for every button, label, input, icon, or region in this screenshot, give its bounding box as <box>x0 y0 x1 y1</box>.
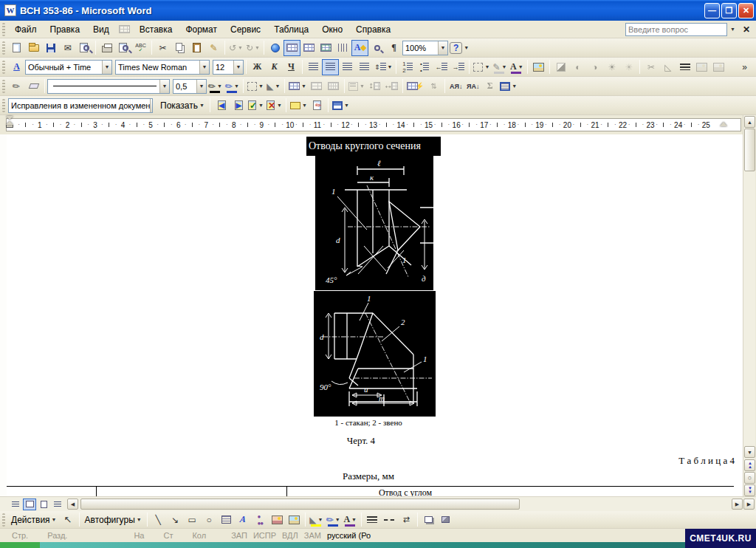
arrow-style-button[interactable]: ⇄ <box>398 512 415 528</box>
close-button[interactable]: ✕ <box>738 3 754 18</box>
border-color-button[interactable]: ✎▼ <box>207 78 224 95</box>
insert-table-button-2[interactable]: ▼ <box>287 78 308 95</box>
scroll-left-button[interactable]: ◀ <box>67 499 78 510</box>
cell-align-button[interactable]: ▼ <box>347 78 366 95</box>
cut-button[interactable]: ✂ <box>154 40 171 56</box>
3d-style-button[interactable] <box>437 512 454 528</box>
line-weight-dropdown-arrow[interactable]: ▼ <box>196 80 206 93</box>
display-dropdown-arrow[interactable]: ▼ <box>150 99 153 112</box>
fill-color-button[interactable]: ◣▼ <box>308 512 325 528</box>
split-cells-button[interactable] <box>325 78 342 95</box>
toolbar-options-button[interactable]: » <box>736 59 753 75</box>
outside-border-button[interactable]: ▼ <box>472 59 491 75</box>
border-type-button[interactable]: ✎▼ <box>224 78 241 95</box>
diagram-button[interactable]: ●●● <box>252 512 269 528</box>
align-center-button[interactable] <box>322 59 339 75</box>
standard-toolbar-grip[interactable] <box>2 41 5 55</box>
decrease-indent-button[interactable]: ← <box>433 59 450 75</box>
font-size-combo[interactable]: 12▼ <box>213 60 244 75</box>
font-color-button[interactable]: А▼ <box>508 59 525 75</box>
draw-actions-button[interactable]: Действия▼ <box>8 513 60 527</box>
normal-view-button[interactable] <box>9 499 22 510</box>
style-dropdown-arrow[interactable]: ▼ <box>102 61 111 74</box>
shading-color-button[interactable]: ◣▼ <box>265 78 282 95</box>
reading-layout-button[interactable]: ▼ <box>498 78 518 95</box>
print-layout-view-button[interactable] <box>37 499 50 510</box>
horizontal-ruler[interactable]: ··1··2··3··4··5··6··7··8··9··10··11··12·… <box>6 118 741 131</box>
line-style-combo[interactable]: ▼ <box>47 79 170 94</box>
font-dropdown-arrow[interactable]: ▼ <box>199 61 209 74</box>
more-brightness-button[interactable]: ☀ <box>603 59 620 75</box>
zoom-dropdown-arrow[interactable]: ▼ <box>438 41 447 55</box>
print-preview-button[interactable] <box>115 40 132 56</box>
eraser-button[interactable] <box>25 78 42 95</box>
scroll-down-button[interactable]: ▼ <box>744 446 755 458</box>
size-dropdown-arrow[interactable]: ▼ <box>233 61 243 74</box>
previous-change-button[interactable]: ◀ <box>213 97 230 114</box>
vertical-scrollbar[interactable]: ▲ ▼ ▲▲ ○ ▼▼ <box>743 115 755 496</box>
sort-ascending-button[interactable]: АЯ↓ <box>447 78 464 95</box>
formatting-toolbar-grip[interactable] <box>2 61 5 74</box>
compress-pictures-button[interactable] <box>693 59 710 75</box>
menu-format[interactable]: Формат <box>179 22 224 37</box>
ask-question-dropdown[interactable]: ▼ <box>727 27 738 32</box>
clip-art-button[interactable] <box>269 512 286 528</box>
columns-button[interactable] <box>334 40 351 56</box>
justify-button[interactable] <box>356 59 373 75</box>
text-wrapping-button[interactable] <box>710 59 727 75</box>
menu-edit[interactable]: Правка <box>44 22 87 37</box>
vertical-scroll-thumb[interactable] <box>744 129 755 171</box>
zoom-combo[interactable]: 100%▼ <box>402 41 448 55</box>
menubar-grip[interactable] <box>2 23 5 36</box>
font-color-button-2[interactable]: А▼ <box>342 512 359 528</box>
autoshapes-button[interactable]: Автофигуры▼ <box>82 513 145 527</box>
show-menu-button[interactable]: Показать▼ <box>157 98 207 113</box>
scroll-up-button[interactable]: ▲ <box>744 116 755 128</box>
select-objects-button[interactable]: ↖ <box>60 512 77 528</box>
line-style-dropdown-arrow[interactable]: ▼ <box>159 80 169 93</box>
line-color-button[interactable]: ✎▼ <box>325 512 342 528</box>
bold-button[interactable]: Ж <box>249 59 266 75</box>
print-button[interactable] <box>98 40 115 56</box>
document-map-button[interactable] <box>368 40 385 56</box>
track-changes-button[interactable]: ✎ <box>309 97 326 114</box>
copy-button[interactable] <box>171 40 188 56</box>
autosum-button[interactable]: Σ <box>481 78 498 95</box>
insert-table-button[interactable] <box>300 40 317 56</box>
text-box-button[interactable] <box>218 512 235 528</box>
previous-page-button[interactable]: ▲▲ <box>744 459 755 471</box>
font-combo[interactable]: Times New Roman▼ <box>115 60 210 75</box>
new-document-button[interactable] <box>8 40 25 56</box>
next-page-button[interactable]: ▼▼ <box>744 484 755 496</box>
arrow-tool-button[interactable]: ↘ <box>167 512 184 528</box>
spelling-button[interactable]: ABC✓ <box>132 40 149 56</box>
menu-window[interactable]: Окно <box>315 22 349 37</box>
restore-button[interactable]: ❐ <box>721 3 737 18</box>
reviewing-toolbar-grip[interactable] <box>2 99 5 112</box>
oval-tool-button[interactable]: ○ <box>201 512 218 528</box>
menu-view[interactable]: Вид <box>86 22 116 37</box>
distribute-rows-button[interactable]: ⭥ <box>366 78 383 95</box>
tables-borders-button[interactable] <box>284 40 300 56</box>
align-left-button[interactable] <box>305 59 322 75</box>
accept-change-button[interactable]: ✓▼ <box>247 97 265 114</box>
image-color-button[interactable] <box>552 59 569 75</box>
scroll-right-edge-button[interactable]: ▶ <box>743 499 755 510</box>
insert-picture-button[interactable] <box>530 59 547 75</box>
less-contrast-button[interactable]: ◑ <box>586 59 603 75</box>
increase-indent-button[interactable]: → <box>450 59 467 75</box>
reviewing-pane-button[interactable]: ▼ <box>331 97 351 114</box>
merge-cells-button[interactable] <box>308 78 325 95</box>
highlight-button[interactable]: ✎▼ <box>491 59 508 75</box>
status-language[interactable]: русский (Ро <box>327 531 371 540</box>
find-file-button[interactable] <box>76 40 93 56</box>
align-right-button[interactable] <box>339 59 356 75</box>
menu-help[interactable]: Справка <box>349 22 397 37</box>
draw-table-button[interactable]: ✎ <box>8 78 25 95</box>
tables-toolbar-grip[interactable] <box>2 80 5 93</box>
show-paragraph-button[interactable]: ¶ <box>385 40 402 56</box>
distribute-cols-button[interactable]: ⭤ <box>383 78 400 95</box>
table-autoformat-button[interactable]: ⚡ <box>405 78 425 95</box>
email-button[interactable]: ✉ <box>59 40 76 56</box>
menu-insert[interactable]: Вставка <box>133 22 179 37</box>
